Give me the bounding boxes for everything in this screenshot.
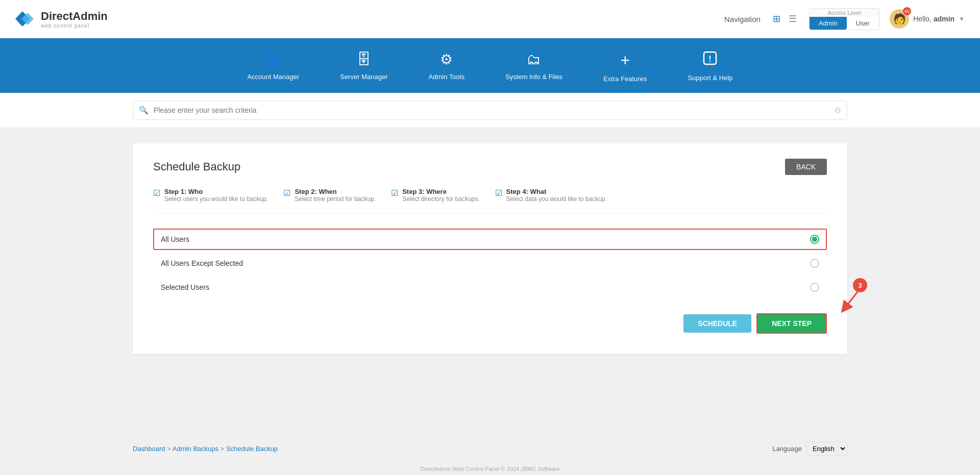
nav-item-extra-features[interactable]: + Extra Features	[603, 51, 647, 83]
extra-features-icon: +	[620, 51, 630, 70]
nav-item-server-manager[interactable]: 🗄 Server Manager	[340, 51, 387, 83]
next-step-wrapper: NEXT STEP 3	[756, 313, 827, 334]
step2-title: Step 2: When	[295, 188, 376, 195]
breadcrumb-schedule-backup[interactable]: Schedule Backup	[226, 445, 278, 453]
logo-area: DirectAdmin web control panel	[15, 9, 108, 29]
access-level-label: Access Level	[810, 9, 879, 17]
step1-info: Step 1: Who Select users you would like …	[164, 188, 268, 203]
svg-text:3: 3	[858, 282, 862, 289]
breadcrumb: Dashboard > Admin Backups > Schedule Bac…	[133, 445, 278, 453]
header-right: Navigation ⊞ ☰ Access Level Admin User 🧑…	[724, 8, 965, 30]
search-container: 🔍 ⚙	[0, 93, 980, 128]
nav-item-system-info[interactable]: 🗂 System Info & Files	[505, 51, 562, 83]
schedule-button[interactable]: SCHEDULE	[683, 314, 751, 333]
all-users-label: All Users	[161, 235, 189, 243]
step4-info: Step 4: What Select data you would like …	[506, 188, 607, 203]
annotation-arrow: 3	[829, 278, 870, 318]
language-select[interactable]: English	[806, 442, 847, 456]
step-3: ☑ Step 3: Where Select directory for bac…	[391, 188, 479, 203]
language-label: Language	[772, 445, 802, 453]
except-selected-label: All Users Except Selected	[161, 259, 243, 267]
server-manager-icon: 🗄	[357, 51, 371, 68]
main-nav-bar: 👤 Account Manager 🗄 Server Manager ⚙ Adm…	[0, 38, 980, 93]
support-help-icon: !	[703, 51, 717, 69]
admin-tab[interactable]: Admin	[810, 17, 847, 30]
access-level-box: Access Level Admin User	[809, 8, 879, 30]
step2-desc: Select time period for backup.	[295, 195, 376, 203]
list-view-icon[interactable]: ☰	[787, 11, 799, 27]
step3-check-icon: ☑	[391, 188, 398, 198]
search-input[interactable]	[133, 101, 847, 120]
admin-tools-icon: ⚙	[440, 51, 453, 68]
all-users-radio-inner	[812, 237, 817, 242]
nav-item-support-help[interactable]: ! Support & Help	[688, 51, 732, 83]
settings-icon[interactable]: ⚙	[834, 106, 841, 115]
breadcrumb-admin-backups[interactable]: Admin Backups	[173, 445, 218, 453]
steps-row: ☑ Step 1: Who Select users you would lik…	[153, 188, 827, 213]
step2-info: Step 2: When Select time period for back…	[295, 188, 376, 203]
next-step-button[interactable]: NEXT STEP	[756, 313, 827, 334]
svg-line-6	[845, 292, 857, 308]
step1-check-icon: ☑	[153, 188, 160, 198]
options-area: All Users All Users Except Selected Sele…	[153, 229, 827, 298]
footer-copyright: DirectAdmin Web Control Panel © 2024 JBM…	[0, 463, 980, 475]
support-help-label: Support & Help	[688, 74, 732, 82]
step4-title: Step 4: What	[506, 188, 607, 195]
notification-badge: 60	[903, 7, 911, 15]
step-1: ☑ Step 1: Who Select users you would lik…	[153, 188, 268, 203]
page-title-row: Schedule Backup BACK	[153, 159, 827, 175]
grid-view-icon[interactable]: ⊞	[771, 11, 782, 27]
except-selected-radio[interactable]	[810, 259, 819, 268]
content-card: Schedule Backup BACK ☑ Step 1: Who Selec…	[133, 143, 847, 354]
brand-name: DirectAdmin	[41, 10, 108, 23]
option-all-users[interactable]: All Users	[153, 229, 827, 250]
page-title: Schedule Backup	[153, 160, 240, 173]
step2-check-icon: ☑	[283, 188, 290, 198]
extra-features-label: Extra Features	[603, 75, 647, 83]
breadcrumb-sep1: >	[167, 445, 173, 453]
logo-icon	[15, 9, 36, 29]
search-icon: 🔍	[139, 106, 149, 115]
svg-point-4	[853, 278, 867, 292]
avatar-wrap: 🧑 60	[890, 9, 909, 29]
nav-icons: ⊞ ☰	[771, 11, 799, 27]
option-except-selected[interactable]: All Users Except Selected	[153, 253, 827, 274]
footer: Dashboard > Admin Backups > Schedule Bac…	[0, 434, 980, 463]
breadcrumb-sep2: >	[220, 445, 226, 453]
nav-item-account-manager[interactable]: 👤 Account Manager	[247, 51, 299, 83]
access-level-tabs: Admin User	[810, 17, 879, 30]
system-info-icon: 🗂	[527, 51, 541, 68]
brand-sub: web control panel	[41, 23, 108, 29]
language-area: Language English	[772, 442, 847, 456]
step3-title: Step 3: Where	[402, 188, 479, 195]
search-wrap: 🔍 ⚙	[133, 101, 847, 120]
step4-desc: Select data you would like to backup.	[506, 195, 607, 203]
step4-check-icon: ☑	[495, 188, 502, 198]
server-manager-label: Server Manager	[340, 73, 387, 81]
svg-text:!: !	[709, 55, 712, 63]
main-content: Schedule Backup BACK ☑ Step 1: Who Selec…	[0, 128, 980, 434]
nav-item-admin-tools[interactable]: ⚙ Admin Tools	[429, 51, 465, 83]
selected-users-radio[interactable]	[810, 283, 819, 292]
step3-desc: Select directory for backups.	[402, 195, 479, 203]
actions-row: SCHEDULE NEXT STEP 3	[153, 313, 827, 334]
option-selected-users[interactable]: Selected Users	[153, 277, 827, 298]
breadcrumb-dashboard[interactable]: Dashboard	[133, 445, 165, 453]
account-manager-label: Account Manager	[247, 73, 299, 81]
step1-title: Step 1: Who	[164, 188, 268, 195]
step-4: ☑ Step 4: What Select data you would lik…	[495, 188, 607, 203]
header: DirectAdmin web control panel Navigation…	[0, 0, 980, 38]
admin-tools-label: Admin Tools	[429, 73, 465, 81]
step1-desc: Select users you would like to backup.	[164, 195, 268, 203]
step3-info: Step 3: Where Select directory for backu…	[402, 188, 479, 203]
user-area[interactable]: 🧑 60 Hello, admin ▼	[890, 9, 965, 29]
back-button[interactable]: BACK	[785, 159, 827, 175]
system-info-label: System Info & Files	[505, 73, 562, 81]
user-dropdown-arrow[interactable]: ▼	[959, 15, 965, 22]
user-tab[interactable]: User	[847, 17, 879, 30]
navigation-label: Navigation	[724, 15, 761, 23]
logo-text: DirectAdmin web control panel	[41, 10, 108, 29]
step-2: ☑ Step 2: When Select time period for ba…	[283, 188, 376, 203]
all-users-radio[interactable]	[810, 235, 819, 244]
user-hello: Hello, admin	[913, 15, 954, 23]
